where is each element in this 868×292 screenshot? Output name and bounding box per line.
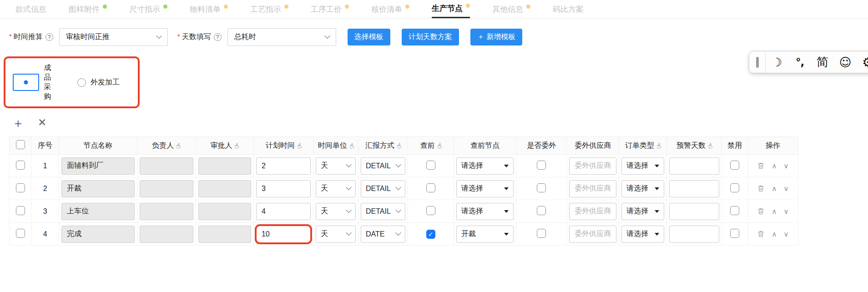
check-before-checkbox[interactable]	[426, 230, 435, 239]
move-up-icon[interactable]: ∧	[772, 207, 777, 216]
warning-days-input[interactable]	[669, 180, 719, 197]
outsource-supplier-input[interactable]: 委外供应商	[569, 226, 616, 243]
row-checkbox[interactable]	[16, 161, 25, 170]
disabled-checkbox[interactable]	[730, 183, 739, 192]
tab-process-price[interactable]: 工序工价	[311, 0, 349, 18]
before-node-select[interactable]: 请选择	[456, 157, 514, 175]
ime-drag-handle[interactable]	[749, 51, 766, 73]
tab-production-nodes[interactable]: 生产节点	[432, 0, 470, 18]
simplified-chinese-icon[interactable]: 简	[811, 54, 834, 70]
tab-pattern-attachment[interactable]: 图样附件	[69, 0, 107, 18]
order-type-select[interactable]: 请选择	[621, 180, 664, 197]
is-outsourced-checkbox[interactable]	[537, 161, 546, 170]
row-checkbox[interactable]	[16, 183, 25, 192]
tab-size-spec[interactable]: 尺寸指示	[129, 0, 167, 18]
is-outsourced-checkbox[interactable]	[537, 183, 546, 192]
move-down-icon[interactable]: ∨	[783, 162, 788, 170]
outsource-supplier-input[interactable]: 委外供应商	[569, 203, 616, 220]
warning-days-input[interactable]	[669, 203, 719, 220]
row-checkbox[interactable]	[16, 229, 25, 238]
tab-size-ratio-plan[interactable]: 码比方案	[553, 0, 584, 18]
gear-icon[interactable]: ⚙	[857, 55, 868, 70]
batch-fill-hand-icon[interactable]: ☝	[707, 141, 713, 151]
radio-finished-purchase[interactable]: 成品采购	[13, 63, 57, 101]
move-down-icon[interactable]: ∨	[783, 185, 788, 193]
before-node-select[interactable]: 请选择	[456, 203, 514, 220]
order-type-select[interactable]: 请选择	[621, 157, 664, 175]
time-unit-select[interactable]: 天	[316, 203, 356, 220]
select-template-button[interactable]: 选择模板	[348, 29, 390, 45]
select-all-checkbox[interactable]	[16, 140, 25, 149]
check-before-checkbox[interactable]	[426, 206, 435, 215]
before-node-select[interactable]: 请选择	[456, 180, 514, 197]
check-before-checkbox[interactable]	[426, 161, 435, 170]
page: 款式信息 图样附件 尺寸指示 物料清单 工艺指示 工序工价 核价清单 生产节点 …	[0, 0, 868, 292]
is-outsourced-checkbox[interactable]	[537, 206, 546, 215]
tab-other-info[interactable]: 其他信息	[492, 0, 530, 18]
emoji-icon[interactable]: ☺	[834, 55, 857, 69]
punctuation-mode-icon[interactable]: °,	[788, 56, 811, 68]
before-node-select[interactable]: 开裁	[456, 226, 514, 243]
tab-process-spec[interactable]: 工艺指示	[250, 0, 288, 18]
time-unit-select[interactable]: 天	[316, 180, 356, 197]
trash-icon[interactable]	[757, 230, 765, 238]
radio-selected-icon[interactable]	[13, 74, 39, 91]
owner-input	[140, 226, 193, 243]
move-up-icon[interactable]: ∧	[772, 230, 777, 238]
trash-icon[interactable]	[757, 185, 765, 192]
remove-row-icon[interactable]: ✕	[38, 117, 46, 130]
tab-cost-list[interactable]: 核价清单	[371, 0, 409, 18]
chevron-down-icon	[395, 230, 401, 236]
report-mode-select[interactable]: DETAIL	[361, 203, 405, 220]
warning-days-input[interactable]	[669, 226, 719, 243]
plan-time-input[interactable]: 2	[256, 157, 311, 175]
report-mode-select[interactable]: DATE	[361, 226, 405, 243]
order-type-select[interactable]: 请选择	[621, 203, 664, 220]
batch-fill-hand-icon[interactable]: ☝	[348, 141, 355, 151]
report-mode-select[interactable]: DETAIL	[361, 157, 405, 175]
trash-icon[interactable]	[757, 162, 765, 170]
disabled-checkbox[interactable]	[730, 229, 739, 238]
production-nodes-table: 序号 节点名称 负责人☝ 审批人☝ 计划时间☝ 时间单位☝ 汇报方式☝ 查前☝ …	[9, 136, 798, 246]
batch-fill-hand-icon[interactable]: ☝	[233, 141, 240, 151]
trash-icon[interactable]	[757, 207, 765, 215]
batch-fill-hand-icon[interactable]: ☝	[656, 141, 662, 151]
help-icon[interactable]: ?	[45, 33, 53, 41]
move-down-icon[interactable]: ∨	[783, 207, 788, 216]
plan-time-input[interactable]: 3	[256, 180, 311, 197]
time-unit-select[interactable]: 天	[316, 157, 356, 175]
disabled-checkbox[interactable]	[730, 206, 739, 215]
tab-material-list[interactable]: 物料清单	[190, 0, 228, 18]
plan-days-scheme-button[interactable]: 计划天数方案	[402, 29, 459, 45]
row-checkbox[interactable]	[16, 206, 25, 215]
batch-fill-hand-icon[interactable]: ☝	[396, 141, 402, 151]
outsource-supplier-input[interactable]: 委外供应商	[569, 180, 616, 197]
days-fill-value: 总耗时	[234, 32, 256, 42]
is-outsourced-checkbox[interactable]	[537, 229, 546, 238]
plan-time-input[interactable]: 10	[256, 226, 311, 243]
radio-outsourced-processing[interactable]: 外发加工	[77, 78, 120, 87]
moon-dark-mode-icon[interactable]: ☽	[766, 55, 788, 69]
outsource-supplier-input[interactable]: 委外供应商	[569, 157, 616, 175]
batch-fill-hand-icon[interactable]: ☝	[175, 141, 182, 151]
order-type-select[interactable]: 请选择	[621, 226, 664, 243]
tab-style-info[interactable]: 款式信息	[15, 0, 46, 18]
disabled-checkbox[interactable]	[730, 161, 739, 170]
days-fill-select[interactable]: 总耗时	[227, 28, 336, 46]
time-unit-select[interactable]: 天	[316, 226, 356, 243]
move-up-icon[interactable]: ∧	[772, 162, 777, 170]
add-row-icon[interactable]: ＋	[12, 117, 24, 130]
add-template-button[interactable]: ＋ 新增模板	[470, 29, 522, 45]
move-down-icon[interactable]: ∨	[783, 230, 788, 238]
move-up-icon[interactable]: ∧	[772, 185, 777, 193]
report-mode-select[interactable]: DETAIL	[361, 180, 405, 197]
warning-days-input[interactable]	[669, 157, 719, 175]
drag-bar-icon	[756, 57, 759, 68]
check-before-checkbox[interactable]	[426, 183, 435, 192]
help-icon[interactable]: ?	[214, 33, 222, 41]
plan-time-input[interactable]: 4	[256, 203, 311, 220]
radio-unselected-icon[interactable]	[77, 78, 86, 87]
batch-fill-hand-icon[interactable]: ☝	[296, 141, 302, 151]
batch-fill-hand-icon[interactable]: ☝	[436, 141, 442, 151]
time-infer-select[interactable]: 审核时间正推	[59, 28, 168, 46]
